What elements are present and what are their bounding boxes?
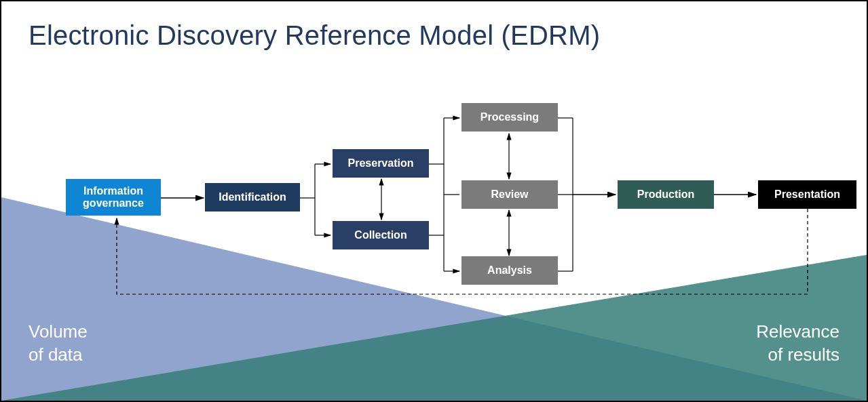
diagram-frame: Electronic Discovery Reference Model (ED… <box>0 0 868 402</box>
node-collection: Collection <box>333 221 429 249</box>
node-preservation: Preservation <box>333 149 429 178</box>
node-processing: Processing <box>461 103 558 132</box>
node-review: Review <box>461 180 558 209</box>
node-analysis: Analysis <box>461 256 558 285</box>
node-presentation: Presentation <box>758 180 856 209</box>
node-information-governance: Information governance <box>66 179 161 216</box>
node-identification: Identification <box>205 183 300 212</box>
node-production: Production <box>618 180 714 209</box>
